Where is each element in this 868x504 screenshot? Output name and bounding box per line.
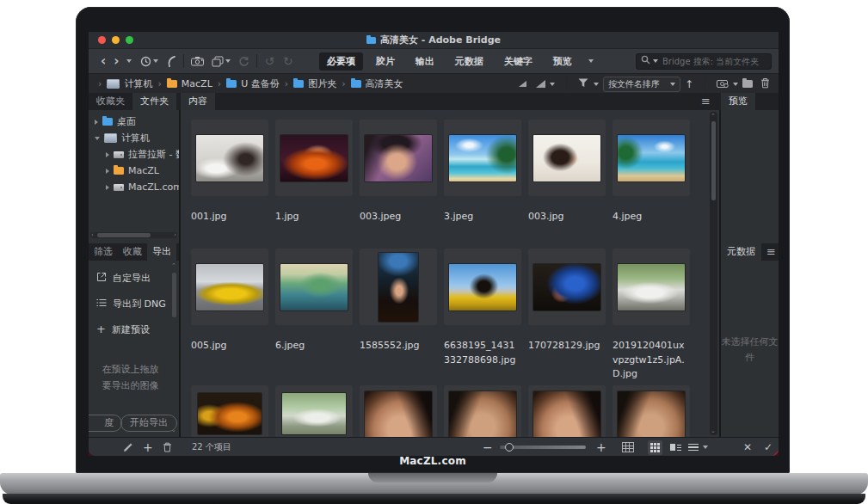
filter-funnel-icon[interactable]: [578, 78, 589, 90]
disclosure-expanded-icon[interactable]: [95, 137, 100, 140]
file-item[interactable]: 4.jpeg: [613, 120, 690, 224]
scroll-up-icon[interactable]: ⌃: [171, 262, 176, 269]
tab-metadata[interactable]: 元数据: [721, 243, 761, 261]
get-photos-camera-icon[interactable]: [191, 56, 205, 66]
back-button[interactable]: ‹: [101, 55, 106, 68]
file-item[interactable]: 3.jpeg: [444, 120, 521, 224]
export-to-dng-item[interactable]: 导出到 DNG: [89, 295, 179, 312]
new-preset-item[interactable]: + 新建预设: [89, 321, 179, 338]
refresh-icon[interactable]: [238, 56, 249, 67]
tree-item-laplace-drive[interactable]: 拉普拉斯 - 数据: [89, 146, 179, 163]
boomerang-icon[interactable]: [166, 55, 176, 68]
recent-items-clock-icon[interactable]: [140, 56, 151, 67]
forward-button[interactable]: ›: [114, 55, 119, 68]
workspace-tab[interactable]: 预览: [545, 52, 580, 71]
file-item[interactable]: 6638195_1431332788698.jpg: [444, 249, 521, 382]
sort-dropdown[interactable]: 按文件名排序: [603, 77, 680, 92]
undo-icon[interactable]: ↺: [264, 54, 274, 68]
file-thumbnail-box[interactable]: [528, 120, 606, 196]
custom-export-item[interactable]: 自定导出: [89, 269, 179, 286]
scrollbar-thumb[interactable]: [97, 233, 151, 237]
file-thumbnail-box[interactable]: [191, 385, 268, 437]
workspace-tab[interactable]: 胶片: [368, 52, 403, 71]
file-item[interactable]: 003.jpg: [528, 120, 606, 224]
nav-history-chevron-icon[interactable]: [126, 59, 132, 63]
tab-content[interactable]: 内容: [181, 93, 215, 110]
file-thumbnail-box[interactable]: [444, 385, 521, 437]
file-thumbnail-box[interactable]: [191, 120, 268, 196]
file-thumbnail-box[interactable]: [528, 385, 606, 437]
copy-files-chevron-icon[interactable]: [225, 59, 231, 63]
file-thumbnail-box[interactable]: [275, 249, 353, 325]
tree-item-maczl[interactable]: MacZL: [89, 163, 179, 179]
workspace-more-chevron-icon[interactable]: [588, 59, 594, 63]
file-item[interactable]: [275, 385, 353, 437]
file-item[interactable]: [191, 385, 268, 437]
file-item[interactable]: [444, 385, 521, 437]
search-scope-chevron-icon[interactable]: [653, 59, 658, 63]
scroll-left-icon[interactable]: ‹: [91, 233, 94, 237]
file-item[interactable]: 6.jpeg: [275, 249, 353, 382]
scroll-right-icon[interactable]: ›: [174, 233, 176, 237]
tree-item-desktop[interactable]: 桌面: [89, 114, 179, 130]
horizontal-scrollbar[interactable]: ‹ ›: [90, 232, 177, 238]
filter-chevron-icon[interactable]: [594, 83, 599, 86]
file-item[interactable]: 003.jpeg: [360, 120, 437, 224]
open-recent-chevron-icon[interactable]: [733, 83, 738, 86]
export-panel-tab[interactable]: 导出: [147, 243, 176, 261]
tree-item-computer[interactable]: 计算机: [89, 130, 179, 146]
quality-chevron-icon[interactable]: [550, 83, 555, 86]
file-thumbnail-box[interactable]: [275, 120, 353, 196]
scrollbar-thumb[interactable]: [711, 121, 716, 200]
breadcrumb-item[interactable]: › 图片夹: [284, 77, 336, 90]
preview-quality-icon[interactable]: [536, 80, 545, 88]
sidebar-panel-tab[interactable]: 文件夹: [132, 93, 176, 110]
file-item[interactable]: 1585552.jpg: [360, 249, 437, 382]
file-thumbnail-box[interactable]: [613, 249, 690, 325]
search-box[interactable]: [636, 53, 772, 70]
file-thumbnail-box[interactable]: [360, 249, 437, 325]
zoom-button[interactable]: [126, 36, 133, 44]
file-thumbnail-box[interactable]: [444, 120, 521, 196]
search-input[interactable]: [661, 56, 766, 67]
file-thumbnail-box[interactable]: [613, 385, 690, 437]
new-folder-icon[interactable]: [742, 80, 753, 88]
redo-icon[interactable]: ↻: [283, 54, 293, 68]
file-item[interactable]: [613, 385, 690, 437]
file-thumbnail-box[interactable]: [528, 249, 606, 325]
thumbnail-quality-icon[interactable]: [519, 81, 526, 87]
file-item[interactable]: 005.jpg: [191, 249, 268, 382]
breadcrumb-item[interactable]: › U 盘备份: [217, 77, 280, 90]
file-item[interactable]: [360, 385, 437, 437]
scroll-down-icon[interactable]: ⌄: [171, 427, 176, 433]
disclosure-collapsed-icon[interactable]: [106, 185, 109, 190]
file-thumbnail-box[interactable]: [613, 120, 690, 196]
export-panel-tab[interactable]: 收藏: [118, 243, 147, 261]
tree-item-maczl-com[interactable]: MacZL.com: [89, 179, 179, 195]
scrollbar-thumb[interactable]: [172, 273, 176, 317]
file-thumbnail-box[interactable]: [444, 249, 521, 325]
recent-items-chevron-icon[interactable]: [153, 59, 158, 63]
tab-preview[interactable]: 预览: [721, 93, 755, 110]
breadcrumb-item[interactable]: › 高清美女: [341, 77, 403, 90]
delete-trash-icon[interactable]: [760, 77, 770, 91]
open-recent-camera-icon[interactable]: [717, 78, 729, 90]
sidebar-panel-tab[interactable]: 收藏夹: [89, 93, 132, 110]
file-thumbnail-box[interactable]: [360, 120, 437, 196]
sort-ascending-icon[interactable]: ↑: [685, 78, 693, 90]
workspace-tab[interactable]: 输出: [408, 52, 442, 71]
breadcrumb-item[interactable]: › MacZL: [157, 78, 212, 89]
workspace-tab[interactable]: 必要项: [319, 52, 363, 71]
minimize-button[interactable]: [112, 36, 120, 44]
file-thumbnail-box[interactable]: [191, 249, 268, 325]
copy-files-icon[interactable]: [212, 56, 224, 67]
workspace-tab[interactable]: 关键字: [496, 52, 540, 71]
file-item[interactable]: 1.jpg: [275, 120, 353, 224]
breadcrumb-item[interactable]: › 计算机: [97, 77, 152, 90]
content-scrollbar[interactable]: ⌃ ⌄: [710, 112, 717, 435]
file-item[interactable]: 001.jpg: [191, 120, 268, 224]
start-export-button[interactable]: 开始导出: [120, 415, 177, 432]
file-thumbnail-box[interactable]: [360, 385, 437, 437]
disclosure-collapsed-icon[interactable]: [106, 169, 109, 174]
workspace-tab[interactable]: 元数据: [447, 52, 491, 71]
